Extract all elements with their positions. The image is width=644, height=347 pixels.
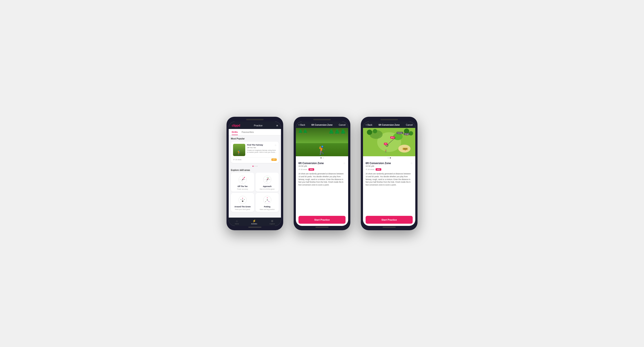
skill-card-atg[interactable]: Around The Green Hone your short game (231, 193, 254, 212)
start-practice-button[interactable]: Start Practice (298, 216, 346, 224)
card-inner: Find The Fairway Off The Tee ☆ Create an… (233, 144, 277, 156)
dot-1[interactable] (252, 166, 254, 167)
back-button[interactable]: < Back (298, 124, 305, 126)
drill-shots: ⏱ 20 shots (298, 168, 307, 170)
phone-2-notch (313, 119, 331, 120)
svg-point-15 (268, 178, 269, 178)
home-icon: ⌂ (236, 219, 238, 223)
phone-1: clippd Practice ≡ Drills Favourites Most… (226, 117, 283, 230)
clock-icon-2: ⏱ (298, 168, 300, 170)
ott-icon (238, 175, 248, 184)
approach-desc: Dial-in to hit the green (260, 188, 274, 190)
shots-count: 20 shots (301, 168, 307, 170)
phone-1-content: Most Popular Find The Fairway Off The Te… (229, 135, 281, 218)
atg-name: Around The Green (234, 206, 251, 208)
drill-info-3: 6ft Conversion Zone 10-50 yds ☆ ⏱ 20 sho… (363, 160, 415, 189)
drill-description-3: 20 shots are randomly generated at dista… (366, 172, 413, 186)
drill-title: 6ft Conversion Zone (298, 162, 324, 165)
atg-desc: Hone your short game (235, 209, 250, 210)
menu-icon[interactable]: ≡ (276, 124, 278, 127)
drill-favourite-star-3[interactable]: ☆ (410, 162, 413, 165)
capture-label: Capture (270, 223, 275, 225)
fairway-pin: Fairway (396, 132, 403, 134)
dot-3[interactable] (256, 166, 258, 167)
ott-desc: Power accuracy (237, 188, 248, 190)
featured-drill-card[interactable]: Find The Fairway Off The Tee ☆ Create an… (231, 142, 279, 163)
activities-icon: ⚡ (252, 219, 256, 223)
drill-meta: ⏱ 20 shots ARG (298, 168, 346, 171)
back-button-3[interactable]: < Back (366, 124, 372, 126)
shots-label: 10 shots (235, 159, 241, 161)
favourite-star[interactable]: ☆ (274, 144, 277, 147)
clock-icon-3: ⏱ (366, 168, 367, 170)
tab-favourites[interactable]: Favourites (242, 131, 254, 135)
golfer-icon: 🏌️ (317, 145, 327, 155)
trees-left-icon: 🌲🌲 (298, 129, 308, 134)
svg-line-28 (267, 200, 269, 202)
drill-photo: 🌲🌲 🌲🌲🌲 🏌️ (296, 128, 348, 156)
header-title: Practice (254, 124, 262, 127)
sand-pin: Sand (403, 148, 408, 150)
img-dot-3-1[interactable] (388, 157, 389, 158)
img-dot-3-2[interactable] (390, 157, 391, 158)
phone-1-notch (246, 119, 264, 120)
img-dot-1[interactable] (320, 157, 322, 158)
nav-activities[interactable]: ⚡ Activities (250, 219, 259, 225)
miss-pin: Miss (390, 136, 395, 139)
phone-2: < Back 6ft Conversion Zone Cancel 🌲🌲 🌲🌲🌲… (294, 117, 350, 230)
card-photo (233, 144, 245, 156)
clock-icon: ⏱ (233, 159, 235, 161)
drill-header-title: 6ft Conversion Zone (312, 124, 333, 126)
putting-name: Putting (264, 206, 270, 208)
atg-icon (238, 195, 248, 205)
phone-3: < Back 6ft Conversion Zone Cancel (361, 117, 418, 230)
ott-name: Off The Tee (238, 185, 248, 187)
start-practice-button-3[interactable]: Start Practice (366, 216, 413, 224)
tabs-bar: Drills Favourites (229, 129, 281, 135)
drill-shots-3: ⏱ 20 shots (366, 168, 374, 170)
drill-description: 20 shots are randomly generated at dista… (298, 172, 346, 186)
svg-point-24 (240, 199, 241, 200)
explore-title: Explore skill areas (231, 169, 279, 171)
drill-info: 6ft Conversion Zone 10-50 yds ☆ ⏱ 20 sho… (296, 160, 348, 189)
svg-text:🏌️: 🏌️ (384, 149, 388, 153)
svg-line-29 (266, 200, 267, 202)
home-label: Home (235, 223, 239, 225)
phone-1-screen: clippd Practice ≡ Drills Favourites Most… (229, 122, 281, 226)
skill-card-ott[interactable]: Off The Tee Power accuracy (231, 173, 254, 192)
phone-2-header: < Back 6ft Conversion Zone Cancel (296, 122, 348, 128)
svg-point-22 (242, 198, 243, 199)
nav-home[interactable]: ⌂ Home (233, 219, 241, 225)
cancel-button[interactable]: Cancel (339, 124, 346, 126)
svg-line-5 (241, 180, 243, 181)
svg-point-7 (244, 177, 245, 178)
hit-pin: Hit (384, 143, 388, 145)
phone-3-home-bar (382, 227, 396, 228)
svg-line-12 (267, 178, 268, 180)
activities-label: Activities (251, 223, 257, 225)
drill-favourite-star[interactable]: ☆ (343, 162, 346, 165)
phone-1-header: clippd Practice ≡ (229, 122, 281, 129)
nav-capture[interactable]: ⊕ Capture (268, 219, 277, 225)
img-dot-2[interactable] (323, 157, 324, 158)
svg-point-30 (267, 197, 268, 198)
trees-right-icon: 🌲🌲🌲 (328, 129, 346, 135)
skill-card-approach[interactable]: Approach Dial-in to hit the green (256, 173, 279, 192)
approach-name: Approach (263, 185, 272, 187)
phone-1-home-bar (248, 227, 262, 228)
tab-drills[interactable]: Drills (232, 131, 238, 135)
svg-point-16 (267, 178, 268, 178)
phone-3-screen: < Back 6ft Conversion Zone Cancel (363, 122, 415, 226)
approach-icon (262, 175, 272, 184)
skill-card-putting[interactable]: Putting Make and lag practice (256, 193, 279, 212)
card-description: Create an imaginary fairway using trees … (247, 149, 277, 154)
svg-point-23 (244, 199, 244, 200)
svg-point-31 (268, 201, 269, 202)
dot-2[interactable] (254, 166, 256, 167)
svg-line-20 (243, 199, 244, 201)
phone-3-header: < Back 6ft Conversion Zone Cancel (363, 122, 415, 128)
capture-icon: ⊕ (271, 219, 274, 223)
drill-info-header: 6ft Conversion Zone 10-50 yds ☆ (298, 162, 346, 167)
drill-info-header-3: 6ft Conversion Zone 10-50 yds ☆ (366, 162, 413, 167)
cancel-button-3[interactable]: Cancel (406, 124, 413, 126)
